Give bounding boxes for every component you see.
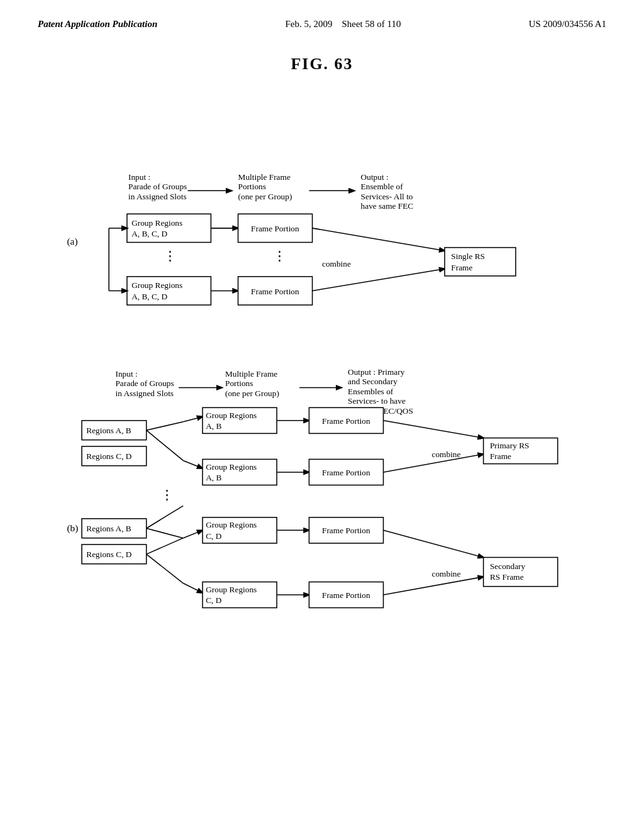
a-output-line4: have same FEC bbox=[361, 201, 414, 211]
a-rs-frame-line2: Frame bbox=[451, 263, 472, 272]
b-frame2-text: Frame Portion bbox=[322, 468, 370, 477]
b-frame1-text: Frame Portion bbox=[322, 416, 370, 426]
b-regions-ab1-text: Regions A, B bbox=[86, 426, 131, 435]
a-rs-frame-line1: Single RS bbox=[451, 252, 485, 261]
a-output-label: Output : bbox=[361, 172, 389, 182]
a-frame-box2-text: Frame Portion bbox=[251, 287, 299, 296]
b-primary-rs-line1: Primary RS bbox=[490, 441, 530, 450]
b-group-cd2-line1: Group Regions bbox=[206, 585, 257, 594]
b-line-ab-mid2 bbox=[183, 460, 203, 468]
b-output-line4: Services- to have bbox=[348, 396, 406, 406]
b-secondary-rs-line2: RS Frame bbox=[490, 572, 524, 582]
b-line-cd-top2 bbox=[183, 530, 203, 538]
b-secondary-rs-line1: Secondary bbox=[490, 562, 526, 571]
a-group-box2-line1: Group Regions bbox=[131, 280, 182, 290]
b-line-ab2-top bbox=[147, 528, 184, 538]
b-input-label: Input : bbox=[115, 369, 137, 379]
publication-title: Patent Application Publication bbox=[38, 19, 157, 30]
b-arrow-fp1-rs bbox=[384, 421, 484, 438]
b-input-line2: Parade of Groups bbox=[115, 379, 174, 388]
a-middle-label: Multiple Frame bbox=[238, 172, 291, 182]
b-line-cd-top bbox=[147, 538, 184, 555]
a-combine-text: combine bbox=[322, 259, 351, 268]
a-group-box1-line1: Group Regions bbox=[131, 218, 182, 228]
b-output-line3: Ensembles of bbox=[348, 387, 394, 396]
b-arrow-fp3-rs bbox=[384, 530, 484, 557]
b-middle-line3: (one per Group) bbox=[225, 389, 279, 398]
a-output-line2: Ensemble of bbox=[361, 182, 404, 191]
b-line-cd-bot2 bbox=[183, 584, 203, 593]
header-patent-num: US 2009/034556 A1 bbox=[529, 19, 606, 29]
b-dots: ⋮ bbox=[160, 488, 174, 502]
header-left-text: Patent Application Publication bbox=[38, 19, 157, 29]
b-arrow-fp4-rs bbox=[384, 577, 484, 595]
b-regions-ab2-text: Regions A, B bbox=[86, 524, 131, 533]
a-group-box2-line2: A, B, C, D bbox=[131, 292, 167, 301]
diagram-container: (a) Input : Parade of Groups in Assigned… bbox=[0, 86, 644, 764]
b-input-line3: in Assigned Slots bbox=[115, 389, 174, 398]
a-middle-line2: Portions bbox=[238, 182, 266, 191]
b-frame3-text: Frame Portion bbox=[322, 526, 370, 535]
a-arrow4 bbox=[313, 228, 445, 251]
b-group-ab2-line2: A, B bbox=[206, 473, 221, 482]
b-regions-cd2-text: Regions C, D bbox=[86, 550, 132, 559]
a-group-box1-line2: A, B, C, D bbox=[131, 229, 167, 238]
header-sheet: Sheet 58 of 110 bbox=[341, 19, 401, 29]
section-b-label: (b) bbox=[67, 523, 78, 534]
a-dots-center: ⋮ bbox=[273, 249, 286, 263]
fig-title-text: FIG. 63 bbox=[291, 55, 353, 73]
b-line-cd-bot bbox=[147, 554, 184, 583]
b-combine1-text: combine bbox=[432, 450, 461, 459]
b-group-cd1-line1: Group Regions bbox=[206, 520, 257, 529]
b-line-ab-top bbox=[147, 422, 184, 430]
a-frame-box1-text: Frame Portion bbox=[251, 224, 299, 233]
a-middle-line3: (one per Group) bbox=[238, 192, 292, 201]
b-line-ab2-bot bbox=[147, 506, 184, 528]
b-middle-label: Multiple Frame bbox=[225, 369, 277, 379]
b-frame4-text: Frame Portion bbox=[322, 590, 370, 600]
a-dots-left: ⋮ bbox=[164, 249, 177, 263]
b-output-label: Output : Primary bbox=[348, 367, 405, 377]
header-date: Feb. 5, 2009 bbox=[285, 19, 332, 29]
b-line-ab-top2 bbox=[183, 417, 203, 422]
a-input-line3: in Assigned Slots bbox=[128, 192, 187, 201]
b-line-ab-mid bbox=[147, 430, 184, 460]
section-a-label: (a) bbox=[67, 236, 77, 247]
b-group-ab1-line1: Group Regions bbox=[206, 411, 257, 420]
b-output-line2: and Secondary bbox=[348, 377, 397, 386]
a-input-line2: Parade of Groups bbox=[128, 182, 187, 191]
a-arrow6 bbox=[313, 269, 445, 291]
b-combine2-text: combine bbox=[432, 569, 461, 578]
a-input-label: Input : bbox=[128, 172, 150, 182]
b-group-cd2-line2: C, D bbox=[206, 595, 222, 605]
page-header: Patent Application Publication Feb. 5, 2… bbox=[0, 0, 644, 36]
b-group-cd1-line2: C, D bbox=[206, 531, 222, 541]
figure-title: FIG. 63 bbox=[0, 55, 644, 74]
header-right: US 2009/034556 A1 bbox=[529, 19, 606, 30]
b-primary-rs-line2: Frame bbox=[490, 451, 511, 461]
a-output-line3: Services- All to bbox=[361, 192, 413, 201]
b-regions-cd1-text: Regions C, D bbox=[86, 451, 132, 461]
header-center: Feb. 5, 2009 Sheet 58 of 110 bbox=[285, 19, 401, 30]
b-group-ab2-line1: Group Regions bbox=[206, 462, 257, 472]
b-middle-line2: Portions bbox=[225, 379, 253, 388]
diagram-svg: (a) Input : Parade of Groups in Assigned… bbox=[31, 86, 613, 764]
b-group-ab1-line2: A, B bbox=[206, 421, 221, 431]
